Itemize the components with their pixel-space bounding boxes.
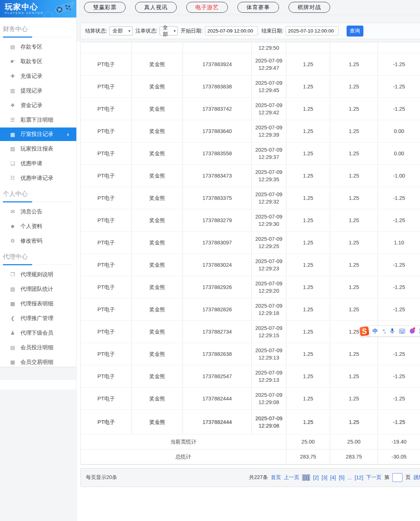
sidebar-item[interactable]: ▤ 会员投注明细	[0, 340, 76, 355]
cell-win-loss: 0.00	[378, 120, 420, 142]
page-link[interactable]: [4]	[330, 475, 336, 480]
withdraw-hand-icon: ☛	[9, 58, 16, 64]
cell-datetime: 2025-07-09 12:29:20	[252, 276, 286, 298]
agent-promotion-share-icon: ❮	[9, 315, 16, 321]
sidebar-item[interactable]: ☻ 个人资料	[0, 219, 76, 233]
cell-platform: PT电子	[81, 232, 132, 254]
cell-datetime: 2025-07-09 12:29:45	[252, 76, 286, 98]
order-status-select[interactable]: 全部 ▾	[160, 26, 178, 35]
sidebar-item[interactable]: ▦ 厅室投注记录 ›	[0, 128, 76, 141]
cell-valid-bet	[330, 42, 378, 53]
gamepad-art-icon	[42, 0, 76, 18]
search-button[interactable]: 查询	[347, 26, 363, 37]
sidebar-item[interactable]: ❖ 资金记录	[0, 98, 76, 113]
end-date-label: 结束日期:	[261, 28, 283, 34]
sidebar-item[interactable]: ▦ 会员交易明细	[0, 355, 76, 367]
cell-win-loss: -1.25	[378, 343, 420, 365]
game-category-tab[interactable]: 雙赢彩票	[84, 2, 126, 13]
cell-game: 奖金熊	[132, 298, 183, 320]
sidebar-item[interactable]: ▥ 提现记录	[0, 83, 76, 98]
mic-icon[interactable]	[390, 328, 394, 334]
start-date-label: 开始日期:	[181, 28, 203, 34]
profile-user-icon: ☻	[9, 223, 16, 229]
cell-order-no: 1737882734	[183, 321, 252, 343]
jump-prefix-label: 第	[384, 474, 389, 481]
page-link[interactable]: 上一页	[284, 474, 299, 481]
sidebar-item[interactable]: ⚙ 修改密码	[0, 233, 76, 248]
sidebar-item[interactable]: ☛ 取款专区	[0, 54, 76, 69]
sidebar-item-label: 取款专区	[20, 58, 42, 65]
sidebar-item[interactable]: ✉ 消息公告	[0, 204, 76, 219]
sidebar-section-title: 个人中心	[3, 190, 73, 202]
sidebar-item-label: 代理下级会员	[20, 330, 53, 336]
jump-page-input[interactable]	[392, 473, 402, 482]
sidebar-item-label: 优惠申请记录	[20, 175, 53, 182]
sidebar-item[interactable]: ▧ 代理团队统计	[0, 282, 76, 296]
game-category-tab[interactable]: 真人视讯	[135, 2, 177, 13]
cell-win-loss: -1.25	[378, 76, 420, 98]
sidebar-item[interactable]: ▤ 存款专区	[0, 39, 76, 54]
settle-status-select[interactable]: 全部 ▾	[109, 26, 133, 35]
cell-valid-bet: 1.25	[330, 98, 378, 120]
cell-game	[132, 42, 183, 53]
page-link[interactable]: 下一页	[366, 474, 381, 481]
cell-game: 奖金熊	[132, 232, 183, 254]
sogou-logo-icon[interactable]: S	[358, 325, 370, 337]
cell-datetime: 2025-07-09 12:29:25	[252, 232, 286, 254]
cell-platform: PT电子	[81, 98, 132, 120]
page-link[interactable]: [2]	[313, 475, 319, 480]
page-link[interactable]: [12]	[355, 475, 363, 480]
sidebar-item[interactable]: ❐ 代理规则说明	[0, 267, 76, 282]
cell-valid-bet: 1.25	[330, 209, 378, 231]
cell-date: 2025-07-09	[255, 191, 282, 198]
cell-time: 12:29:32	[259, 198, 279, 205]
sidebar-item[interactable]: ▨ 玩家投注报表	[0, 141, 76, 156]
chevron-right-icon: ›	[67, 131, 69, 138]
start-date-input[interactable]	[205, 26, 258, 35]
sidebar-item[interactable]: ❮ 代理推广管理	[0, 311, 76, 326]
keyboard-icon[interactable]	[399, 329, 405, 334]
sidebar-item[interactable]: ✚ 充值记录	[0, 69, 76, 83]
cell-game: 奖金熊	[132, 142, 183, 164]
cell-datetime: 2025-07-09 12:29:32	[252, 187, 286, 209]
cell-time: 12:29:35	[259, 176, 279, 183]
cell-order-no: 1737883558	[183, 142, 252, 164]
agent-sub-members-icon: ♟	[9, 330, 16, 336]
jump-button[interactable]: 跳转	[413, 474, 420, 481]
sidebar-item[interactable]: ❏ 优惠申请	[0, 156, 76, 171]
table-row: PT电子 奖金熊 1737883279 2025-07-09 12:29:30 …	[81, 209, 420, 232]
summary-bet-amount: 283.75	[286, 449, 330, 464]
cell-platform: PT电子	[81, 187, 132, 209]
page-link[interactable]: [5]	[339, 475, 345, 480]
cell-date: 2025-07-09	[255, 302, 282, 309]
skin-icon[interactable]	[409, 328, 415, 334]
cell-order-no: 1737882444	[183, 388, 252, 410]
chinese-mode-icon[interactable]: 中	[373, 328, 378, 335]
cell-win-loss	[378, 42, 420, 53]
summary-win-loss: -30.05	[378, 449, 420, 464]
sidebar-item[interactable]: ▩ 代理报表明细	[0, 296, 76, 311]
cell-bet-amount: 1.25	[286, 276, 330, 298]
page-link[interactable]: 首页	[271, 474, 281, 481]
sidebar-item-label: 代理报表明细	[20, 300, 53, 307]
cell-date: 2025-07-09	[255, 258, 282, 265]
page-link[interactable]: ...	[347, 475, 352, 480]
sidebar-item[interactable]: ☰ 彩票下注明细	[0, 113, 76, 127]
page-link[interactable]: [1]	[302, 474, 310, 481]
cell-date: 2025-07-09	[255, 57, 282, 64]
cell-order-no: 1737883279	[183, 209, 252, 231]
game-category-tab[interactable]: 电子游艺	[186, 2, 228, 13]
punctuation-icon[interactable]: °,	[383, 328, 385, 334]
total-count-label: 共227条	[249, 474, 268, 481]
game-category-tab[interactable]: 体育赛事	[237, 2, 279, 13]
sidebar-item[interactable]: ♟ 代理下级会员	[0, 326, 76, 340]
page-link[interactable]: [3]	[322, 475, 328, 480]
sidebar-section: 个人中心 ✉ 消息公告 ☻ 个人资料	[0, 190, 76, 248]
cell-time: 12:29:08	[259, 422, 279, 429]
cell-order-no: 1737882638	[183, 343, 252, 365]
cell-datetime: 2025-07-09 12:29:13	[252, 365, 286, 387]
sidebar-item[interactable]: ☷ 优惠申请记录	[0, 171, 76, 185]
cell-valid-bet: 1.25	[330, 76, 378, 98]
game-category-tab[interactable]: 棋牌对战	[289, 2, 330, 13]
end-date-input[interactable]	[286, 26, 339, 35]
